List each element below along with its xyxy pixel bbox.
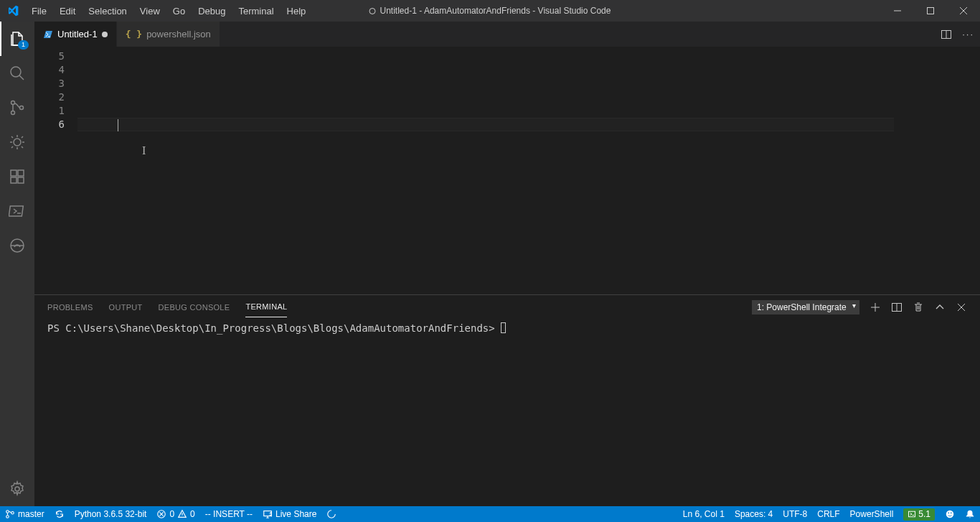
status-feedback[interactable]	[940, 506, 960, 522]
menu-debug[interactable]: Debug	[192, 0, 232, 22]
activity-extensions[interactable]	[0, 159, 34, 194]
close-button[interactable]	[947, 0, 980, 22]
tab-label: powershell.json	[146, 29, 211, 39]
menu-selection[interactable]: Selection	[82, 0, 133, 22]
more-actions-button[interactable]: ···	[962, 29, 974, 39]
panel-tab-debug-console[interactable]: DEBUG CONSOLE	[159, 297, 230, 317]
close-panel-button[interactable]	[956, 302, 967, 313]
status-eol[interactable]: CRLF	[812, 506, 844, 522]
svg-point-1	[11, 67, 21, 77]
terminal-prompt: PS C:\Users\Shane\Desktop\In_Progress\Bl…	[47, 322, 501, 334]
activity-scm[interactable]	[0, 90, 34, 125]
split-editor-button[interactable]	[941, 29, 952, 40]
activity-search[interactable]	[0, 56, 34, 90]
tab-untitled-1[interactable]: Untitled-1	[34, 22, 117, 47]
svg-point-21	[946, 511, 954, 518]
panel-tab-problems[interactable]: PROBLEMS	[47, 297, 93, 317]
status-language[interactable]: PowerShell	[845, 506, 899, 522]
minimap[interactable]	[894, 47, 980, 294]
new-terminal-button[interactable]	[870, 302, 881, 313]
svg-rect-9	[18, 170, 24, 176]
activity-powershell[interactable]	[0, 194, 34, 228]
svg-point-23	[951, 512, 952, 513]
svg-rect-8	[18, 177, 24, 183]
editor-group: Untitled-1 { } powershell.json ··· 5 4 3…	[34, 22, 980, 506]
vscode-logo-icon	[0, 5, 25, 17]
terminal-cursor-icon	[501, 322, 506, 333]
svg-point-2	[11, 101, 15, 105]
status-encoding[interactable]: UTF-8	[778, 506, 812, 522]
statusbar: master Python 3.6.5 32-bit 0 0 -- INSERT…	[0, 506, 980, 522]
activity-debug[interactable]	[0, 125, 34, 159]
tab-label: Untitled-1	[57, 29, 98, 39]
svg-point-16	[6, 516, 9, 518]
status-python[interactable]: Python 3.6.5 32-bit	[70, 506, 152, 522]
status-ps-version[interactable]: 5.1	[898, 506, 940, 522]
svg-point-12	[15, 487, 19, 491]
window-controls	[881, 0, 980, 22]
line-gutter: 5 4 3 2 1 6	[34, 47, 77, 294]
menu-view[interactable]: View	[133, 0, 166, 22]
panel-tab-output[interactable]: OUTPUT	[109, 297, 143, 317]
panel: PROBLEMS OUTPUT DEBUG CONSOLE TERMINAL 1…	[34, 294, 980, 506]
menu-bar: File Edit Selection View Go Debug Termin…	[25, 0, 312, 22]
menu-file[interactable]: File	[25, 0, 53, 22]
status-ln-col[interactable]: Ln 6, Col 1	[678, 506, 730, 522]
editor-cursor-icon	[118, 119, 118, 131]
status-loading	[321, 506, 341, 522]
code-area[interactable]	[77, 47, 894, 294]
menu-go[interactable]: Go	[166, 0, 192, 22]
text-cursor-icon: I	[142, 144, 146, 157]
status-problems[interactable]: 0 0	[151, 506, 199, 522]
status-sync[interactable]	[50, 506, 70, 522]
json-file-icon: { }	[126, 29, 142, 39]
status-spaces[interactable]: Spaces: 4	[730, 506, 778, 522]
explorer-badge: 1	[18, 40, 29, 50]
svg-rect-7	[11, 177, 17, 183]
activity-liveshare[interactable]	[0, 228, 34, 263]
terminal-body[interactable]: PS C:\Users\Shane\Desktop\In_Progress\Bl…	[34, 319, 980, 506]
editor-area[interactable]: 5 4 3 2 1 6 I	[34, 47, 980, 294]
menu-help[interactable]: Help	[281, 0, 313, 22]
svg-point-22	[948, 512, 949, 513]
window-title-text: Untitled-1 - AdamAutomatorAndFriends - V…	[380, 6, 611, 16]
status-vim-mode[interactable]: -- INSERT --	[200, 506, 258, 522]
dirty-dot-icon	[369, 8, 376, 14]
activity-explorer[interactable]: 1	[0, 22, 34, 56]
menu-edit[interactable]: Edit	[53, 0, 82, 22]
svg-rect-6	[11, 170, 17, 176]
panel-tabs: PROBLEMS OUTPUT DEBUG CONSOLE TERMINAL 1…	[34, 295, 980, 319]
tab-powershell-json[interactable]: { } powershell.json	[117, 22, 220, 47]
dirty-dot-icon	[102, 32, 108, 37]
split-terminal-button[interactable]	[891, 302, 903, 313]
maximize-panel-button[interactable]	[934, 302, 946, 313]
powershell-file-icon	[43, 29, 53, 39]
terminal-selector[interactable]: 1: PowerShell Integrate	[752, 300, 859, 314]
kill-terminal-button[interactable]	[913, 302, 924, 313]
maximize-button[interactable]	[914, 0, 947, 22]
status-live-share[interactable]: Live Share	[258, 506, 321, 522]
activity-bar: 1	[0, 22, 34, 506]
svg-point-5	[14, 139, 21, 146]
activity-settings[interactable]	[0, 472, 34, 506]
panel-tab-terminal[interactable]: TERMINAL	[245, 297, 287, 317]
svg-point-4	[20, 106, 24, 110]
titlebar: File Edit Selection View Go Debug Termin…	[0, 0, 980, 22]
svg-rect-0	[928, 8, 934, 14]
status-notifications[interactable]	[960, 506, 980, 522]
status-branch[interactable]: master	[0, 506, 50, 522]
svg-point-15	[6, 511, 9, 513]
window-title: Untitled-1 - AdamAutomatorAndFriends - V…	[369, 6, 611, 16]
minimize-button[interactable]	[881, 0, 914, 22]
editor-tabs: Untitled-1 { } powershell.json ···	[34, 22, 980, 47]
svg-point-17	[11, 512, 14, 515]
menu-terminal[interactable]: Terminal	[232, 0, 280, 22]
svg-point-3	[11, 111, 15, 115]
